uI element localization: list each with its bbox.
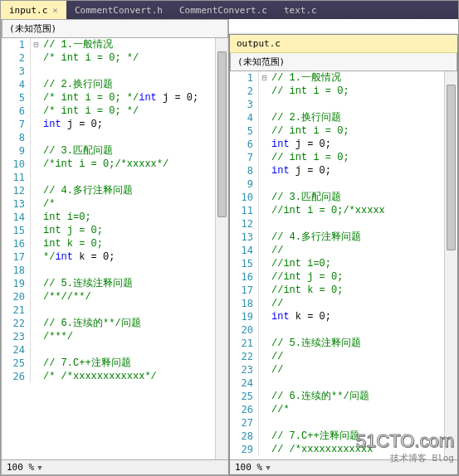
zoom-level[interactable]: 100 % [235, 462, 262, 473]
scroll-thumb[interactable] [447, 85, 456, 250]
code-line[interactable]: 27 [230, 416, 457, 430]
fold-gutter[interactable] [30, 304, 42, 317]
code-text[interactable]: int k = 0; [270, 310, 457, 323]
fold-gutter[interactable] [258, 111, 270, 124]
code-line[interactable]: 16//int j = 0; [230, 270, 457, 284]
code-line[interactable]: 2/* int i = 0; */ [2, 51, 228, 65]
fold-gutter[interactable] [258, 231, 270, 244]
code-line[interactable]: 29// /*xxxxxxxxxxxx [230, 443, 457, 456]
fold-gutter[interactable] [258, 164, 270, 177]
code-line[interactable]: 24 [230, 376, 457, 390]
fold-gutter[interactable] [30, 250, 42, 264]
fold-gutter[interactable] [30, 158, 42, 171]
code-line[interactable]: 4// 2.换行问题 [230, 111, 457, 124]
code-line[interactable]: 4// 2.换行问题 [2, 78, 228, 91]
code-text[interactable]: */int k = 0; [42, 250, 228, 264]
code-line[interactable]: 1⊟// 1.一般情况 [230, 71, 457, 85]
fold-gutter[interactable] [258, 151, 270, 164]
fold-gutter[interactable]: ⊟ [258, 71, 270, 85]
code-text[interactable] [270, 416, 457, 430]
code-line[interactable]: 22// [230, 350, 457, 363]
code-line[interactable]: 10/*int i = 0;/*xxxxx*/ [2, 158, 228, 171]
code-line[interactable]: 11//int i = 0;/*xxxxx [230, 204, 457, 217]
code-text[interactable]: int j = 0; [270, 164, 457, 177]
fold-gutter[interactable] [258, 323, 270, 337]
code-text[interactable]: // [270, 363, 457, 376]
code-line[interactable]: 3 [230, 98, 457, 111]
code-line[interactable]: 25// 7.C++注释问题 [2, 357, 228, 370]
fold-gutter[interactable] [258, 390, 270, 403]
code-text[interactable]: int j = 0; [270, 138, 457, 151]
code-line[interactable]: 22// 6.连续的**/问题 [2, 317, 228, 330]
code-line[interactable]: 6int j = 0; [230, 138, 457, 151]
code-line[interactable]: 6/* int i = 0; */ [2, 104, 228, 118]
fold-gutter[interactable] [258, 363, 270, 376]
code-line[interactable]: 11 [2, 171, 228, 184]
code-line[interactable]: 26//* [230, 403, 457, 416]
code-line[interactable]: 12 [230, 217, 457, 231]
code-text[interactable]: //int i=0; [270, 257, 457, 270]
fold-gutter[interactable] [30, 277, 42, 290]
code-line[interactable]: 8 [2, 131, 228, 144]
fold-gutter[interactable] [258, 337, 270, 350]
code-text[interactable]: int j = 0; [42, 118, 228, 131]
code-text[interactable]: // 3.匹配问题 [42, 144, 228, 158]
code-text[interactable]: /***/ [42, 330, 228, 343]
code-line[interactable]: 9 [230, 177, 457, 191]
code-text[interactable]: // 3.匹配问题 [270, 191, 457, 204]
code-line[interactable]: 5/* int i = 0; */int j = 0; [2, 91, 228, 104]
code-line[interactable]: 24 [2, 343, 228, 357]
code-text[interactable]: // 4.多行注释问题 [270, 231, 457, 244]
code-text[interactable]: // [270, 297, 457, 310]
fold-gutter[interactable] [258, 443, 270, 456]
code-line[interactable]: 21// 5.连续注释问题 [230, 337, 457, 350]
code-text[interactable]: // 5.连续注释问题 [42, 277, 228, 290]
code-line[interactable]: 15//int i=0; [230, 257, 457, 270]
fold-gutter[interactable] [258, 430, 270, 443]
fold-gutter[interactable] [30, 317, 42, 330]
code-text[interactable]: // /*xxxxxxxxxxxx [270, 443, 457, 456]
close-icon[interactable]: × [52, 5, 58, 16]
fold-gutter[interactable] [258, 376, 270, 390]
fold-gutter[interactable] [30, 144, 42, 158]
code-line[interactable]: 26/* /*xxxxxxxxxxxx*/ [2, 370, 228, 383]
code-line[interactable]: 17*/int k = 0; [2, 250, 228, 264]
tab-text-c[interactable]: text.c [276, 1, 325, 19]
code-line[interactable]: 28// 7.C++注释问题 [230, 430, 457, 443]
code-text[interactable]: // 6.连续的**/问题 [42, 317, 228, 330]
code-text[interactable] [270, 376, 457, 390]
code-text[interactable] [42, 304, 228, 317]
tab-input-c[interactable]: input.c× [1, 1, 66, 19]
fold-gutter[interactable] [258, 191, 270, 204]
code-line[interactable]: 7// int i = 0; [230, 151, 457, 164]
zoom-dropdown-icon[interactable]: ▼ [266, 464, 270, 472]
code-line[interactable]: 17//int k = 0; [230, 284, 457, 297]
code-text[interactable] [42, 131, 228, 144]
code-text[interactable]: // 1.一般情况 [270, 71, 457, 85]
fold-gutter[interactable] [258, 98, 270, 111]
fold-gutter[interactable] [30, 357, 42, 370]
scope-selector[interactable]: (未知范围) [230, 53, 457, 71]
code-line[interactable]: 16int k = 0; [2, 237, 228, 250]
fold-gutter[interactable] [258, 284, 270, 297]
tab-CommentConvert-c[interactable]: CommentConvert.c [171, 1, 276, 19]
fold-gutter[interactable] [258, 416, 270, 430]
scope-selector[interactable]: (未知范围) [2, 20, 228, 38]
code-text[interactable]: //int k = 0; [270, 284, 457, 297]
code-text[interactable]: int i=0; [42, 211, 228, 224]
fold-gutter[interactable] [30, 171, 42, 184]
code-text[interactable] [42, 65, 228, 78]
fold-gutter[interactable] [258, 124, 270, 138]
fold-gutter[interactable] [30, 91, 42, 104]
code-editor-right[interactable]: 1⊟// 1.一般情况2// int i = 0; 34// 2.换行问题5//… [230, 71, 457, 459]
fold-gutter[interactable] [30, 224, 42, 237]
code-text[interactable]: // 2.换行问题 [270, 111, 457, 124]
code-text[interactable]: /* int i = 0; */int j = 0; [42, 91, 228, 104]
code-line[interactable]: 14int i=0; [2, 211, 228, 224]
fold-gutter[interactable] [30, 264, 42, 277]
code-text[interactable]: // 7.C++注释问题 [270, 430, 457, 443]
zoom-dropdown-icon[interactable]: ▼ [37, 464, 42, 472]
tab-CommentConvert-h[interactable]: CommentConvert.h [66, 1, 171, 19]
code-text[interactable]: int k = 0; [42, 237, 228, 250]
code-text[interactable]: //int j = 0; [270, 270, 457, 284]
